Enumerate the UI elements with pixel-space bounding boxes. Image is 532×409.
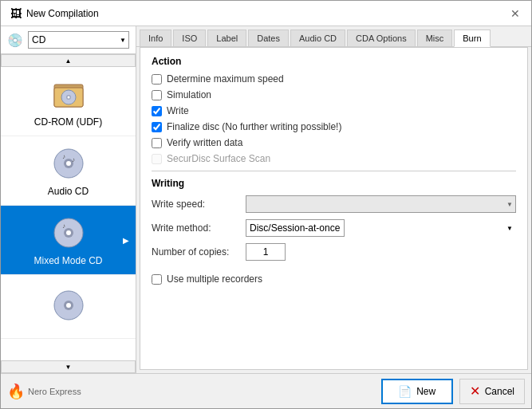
multiple-recorders-row: Use multiple recorders (152, 273, 516, 285)
tab-iso[interactable]: ISO (173, 29, 206, 46)
title-bar: 🖽 New Compilation ✕ (1, 1, 531, 26)
cdrom-label: CD-ROM (UDF) (34, 116, 102, 128)
nero-logo: 🔥 Nero Express (7, 383, 81, 400)
tab-content-burn: Action Determine maximum speed Simulatio… (140, 47, 528, 370)
copies-input[interactable] (246, 243, 286, 261)
svg-text:♪: ♪ (62, 222, 65, 230)
multiple-recorders-label: Use multiple recorders (167, 273, 262, 285)
svg-point-16 (66, 303, 71, 308)
svg-text:♪: ♪ (72, 156, 75, 163)
title-bar-icon: 🖽 (10, 7, 22, 20)
disc-type-dropdown-wrapper: CD DVD Blu-ray (28, 31, 129, 49)
write-speed-row: Write speed: (152, 195, 516, 213)
cd-disc-icon: 💿 (7, 33, 23, 48)
svg-point-7 (66, 161, 71, 166)
svg-text:♪: ♪ (62, 153, 65, 160)
simulation-label: Simulation (167, 89, 211, 100)
new-button-label: New (416, 386, 435, 397)
determine-speed-checkbox[interactable] (152, 74, 162, 85)
write-method-row: Write method: Disc/Session-at-once Track… (152, 219, 516, 237)
securdisc-label: SecurDisc Surface Scan (167, 153, 270, 164)
cdrom-icon (49, 75, 88, 113)
writing-section-title: Writing (152, 178, 516, 189)
bottom-bar: 🔥 Nero Express 📄 New ✕ Cancel (1, 373, 531, 408)
write-checkbox[interactable] (152, 106, 162, 116)
scroll-up-button[interactable]: ▲ (1, 54, 136, 67)
verify-checkbox[interactable] (152, 138, 162, 148)
audio-cd-icon: ♪ ♪ (49, 144, 88, 183)
write-row: Write (152, 105, 516, 116)
sidebar-item-cdrom[interactable]: CD-ROM (UDF) (1, 67, 136, 136)
determine-speed-label: Determine maximum speed (167, 73, 284, 85)
tab-burn[interactable]: Burn (454, 29, 490, 47)
finalize-row: Finalize disc (No further writing possib… (152, 121, 516, 132)
scroll-down-button[interactable]: ▼ (1, 360, 136, 373)
sidebar-item-audio-cd[interactable]: ♪ ♪ Audio CD (1, 136, 136, 206)
extra-icon (49, 286, 88, 324)
write-speed-label: Write speed: (152, 199, 239, 210)
cancel-button-label: Cancel (485, 386, 514, 397)
audio-cd-label: Audio CD (48, 186, 89, 197)
nero-logo-icon: 🔥 (7, 383, 25, 400)
write-method-wrapper: Disc/Session-at-once Track-at-once Raw w… (246, 219, 516, 237)
main-window: 🖽 New Compilation ✕ 💿 CD DVD Blu-ray (0, 0, 532, 409)
write-method-select[interactable]: Disc/Session-at-once Track-at-once Raw w… (246, 219, 345, 237)
simulation-row: Simulation (152, 89, 516, 100)
new-button-icon: 📄 (398, 385, 412, 398)
svg-point-12 (66, 230, 71, 235)
tab-misc[interactable]: Misc (417, 29, 453, 46)
write-speed-display[interactable] (246, 195, 516, 213)
tab-bar: Info ISO Label Dates Audio CD CDA Option… (136, 26, 531, 47)
mixed-mode-label: Mixed Mode CD (33, 255, 102, 266)
tab-info[interactable]: Info (140, 29, 171, 46)
mixed-mode-icon: ♪ (49, 214, 88, 252)
action-section-title: Action (152, 56, 516, 67)
tab-audio-cd[interactable]: Audio CD (290, 29, 345, 46)
cancel-button-icon: ✕ (470, 383, 480, 399)
sidebar-item-mixed-mode[interactable]: ♪ Mixed Mode CD ▶ (1, 206, 136, 275)
sidebar-top-dropdown: 💿 CD DVD Blu-ray (1, 26, 136, 54)
multiple-recorders-checkbox[interactable] (152, 274, 162, 285)
svg-point-4 (67, 96, 69, 99)
window-title: New Compilation (26, 8, 99, 19)
writing-section: Writing Write speed: Write method: (152, 178, 516, 261)
sidebar-item-extra[interactable] (1, 275, 136, 339)
determine-speed-row: Determine maximum speed (152, 73, 516, 85)
copies-label: Number of copies: (152, 246, 239, 258)
cancel-button[interactable]: ✕ Cancel (459, 379, 525, 404)
securdisc-row: SecurDisc Surface Scan (152, 153, 516, 164)
sidebar-items-container: CD-ROM (UDF) ♪ ♪ A (1, 67, 136, 360)
simulation-checkbox[interactable] (152, 90, 162, 100)
disc-type-select[interactable]: CD DVD Blu-ray (28, 31, 129, 49)
nero-app-name: Nero Express (28, 387, 81, 396)
finalize-label: Finalize disc (No further writing possib… (167, 121, 341, 132)
close-button[interactable]: ✕ (509, 7, 522, 20)
finalize-checkbox[interactable] (152, 122, 162, 132)
bottom-left: 🔥 Nero Express (7, 383, 81, 400)
tab-label[interactable]: Label (207, 29, 246, 46)
selected-arrow-icon: ▶ (123, 236, 129, 245)
sidebar: 💿 CD DVD Blu-ray ▲ (1, 26, 136, 373)
main-content: 💿 CD DVD Blu-ray ▲ (1, 26, 531, 373)
new-button[interactable]: 📄 New (381, 379, 453, 404)
verify-row: Verify written data (152, 137, 516, 148)
write-label: Write (167, 105, 189, 116)
tab-dates[interactable]: Dates (248, 29, 289, 46)
write-method-label: Write method: (152, 222, 239, 234)
right-panel: Info ISO Label Dates Audio CD CDA Option… (136, 26, 531, 373)
bottom-right: 📄 New ✕ Cancel (381, 379, 525, 404)
copies-row: Number of copies: (152, 243, 516, 261)
section-divider (152, 171, 516, 171)
write-speed-wrapper (246, 195, 516, 213)
tab-cda-options[interactable]: CDA Options (347, 29, 416, 46)
verify-label: Verify written data (167, 137, 242, 148)
securdisc-checkbox[interactable] (152, 154, 162, 164)
